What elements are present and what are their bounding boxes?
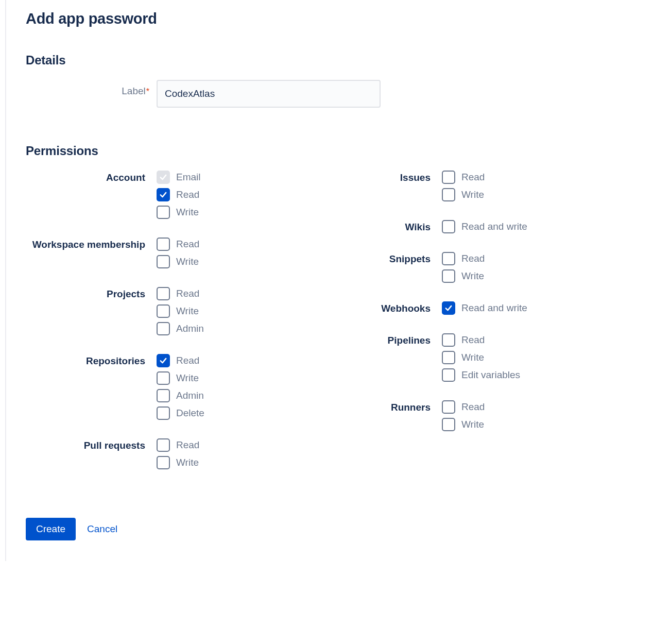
permissions-heading: Permissions xyxy=(26,144,614,158)
page-title: Add app password xyxy=(26,10,614,27)
perm-option-account-email: Email xyxy=(157,171,201,184)
perm-option-label: Write xyxy=(176,457,199,468)
perm-option-label: Read and write xyxy=(461,302,527,314)
perm-option-label: Read xyxy=(176,189,199,200)
checkbox-account-write[interactable] xyxy=(157,206,170,219)
perm-option-repositories-read[interactable]: Read xyxy=(157,354,204,367)
checkbox-runners-read[interactable] xyxy=(442,400,455,414)
checkbox-pull-requests-read[interactable] xyxy=(157,438,170,452)
perm-option-projects-admin[interactable]: Admin xyxy=(157,322,204,335)
perm-option-wikis-read-and-write[interactable]: Read and write xyxy=(442,220,527,233)
perm-option-runners-read[interactable]: Read xyxy=(442,400,485,414)
perm-option-workspace-membership-write[interactable]: Write xyxy=(157,255,199,268)
checkbox-wikis-read-and-write[interactable] xyxy=(442,220,455,233)
perm-option-label: Read xyxy=(461,253,485,264)
perm-option-projects-write[interactable]: Write xyxy=(157,304,204,318)
checkbox-workspace-membership-read[interactable] xyxy=(157,238,170,251)
perm-option-label: Write xyxy=(176,372,199,384)
perm-group-pipelines: PipelinesReadWriteEdit variables xyxy=(298,333,571,382)
perm-group-account: AccountEmailReadWrite xyxy=(26,171,273,219)
perm-group-label-pull-requests: Pull requests xyxy=(26,438,157,452)
checkbox-pipelines-read[interactable] xyxy=(442,333,455,347)
perm-option-pull-requests-read[interactable]: Read xyxy=(157,438,199,452)
perm-option-label: Read xyxy=(461,401,485,413)
perm-option-account-read[interactable]: Read xyxy=(157,188,201,201)
perm-option-projects-read[interactable]: Read xyxy=(157,287,204,300)
perm-option-label: Write xyxy=(176,256,199,267)
perm-option-label: Read xyxy=(176,239,199,250)
checkbox-account-read[interactable] xyxy=(157,188,170,201)
details-section: Details Label* xyxy=(26,53,614,108)
perm-option-label: Write xyxy=(176,306,199,317)
perm-group-workspace-membership: Workspace membershipReadWrite xyxy=(26,238,273,268)
checkbox-snippets-read[interactable] xyxy=(442,252,455,265)
perm-option-label: Write xyxy=(461,270,484,282)
checkbox-repositories-delete[interactable] xyxy=(157,406,170,420)
required-indicator: * xyxy=(146,87,149,96)
checkbox-pipelines-write[interactable] xyxy=(442,351,455,364)
perm-option-repositories-admin[interactable]: Admin xyxy=(157,389,204,402)
perm-option-label: Admin xyxy=(176,390,204,401)
perm-option-pipelines-read[interactable]: Read xyxy=(442,333,520,347)
perm-options-runners: ReadWrite xyxy=(442,400,485,431)
permissions-section: Permissions AccountEmailReadWriteWorkspa… xyxy=(26,144,614,488)
perm-option-label: Edit variables xyxy=(461,369,520,381)
checkbox-pipelines-edit-variables[interactable] xyxy=(442,368,455,382)
perm-option-webhooks-read-and-write[interactable]: Read and write xyxy=(442,301,527,315)
perm-group-label-workspace-membership: Workspace membership xyxy=(26,238,157,251)
checkbox-repositories-admin[interactable] xyxy=(157,389,170,402)
perm-options-workspace-membership: ReadWrite xyxy=(157,238,199,268)
permissions-column-left: AccountEmailReadWriteWorkspace membershi… xyxy=(26,171,273,488)
perm-group-label-wikis: Wikis xyxy=(298,220,442,233)
checkbox-issues-read[interactable] xyxy=(442,171,455,184)
perm-option-pipelines-write[interactable]: Write xyxy=(442,351,520,364)
perm-option-label: Read xyxy=(461,172,485,183)
perm-option-label: Email xyxy=(176,172,201,183)
perm-group-pull-requests: Pull requestsReadWrite xyxy=(26,438,273,469)
label-input[interactable] xyxy=(157,80,381,108)
checkbox-projects-write[interactable] xyxy=(157,304,170,318)
perm-option-snippets-write[interactable]: Write xyxy=(442,269,485,283)
perm-group-label-projects: Projects xyxy=(26,287,157,300)
create-button[interactable]: Create xyxy=(26,518,76,540)
perm-group-label-webhooks: Webhooks xyxy=(298,301,442,315)
label-field-label: Label xyxy=(122,86,146,96)
perm-option-pipelines-edit-variables[interactable]: Edit variables xyxy=(442,368,520,382)
checkbox-webhooks-read-and-write[interactable] xyxy=(442,301,455,315)
checkbox-repositories-write[interactable] xyxy=(157,371,170,385)
perm-option-issues-write[interactable]: Write xyxy=(442,188,485,201)
perm-option-runners-write[interactable]: Write xyxy=(442,418,485,431)
checkbox-projects-read[interactable] xyxy=(157,287,170,300)
perm-group-issues: IssuesReadWrite xyxy=(298,171,571,201)
checkbox-workspace-membership-write[interactable] xyxy=(157,255,170,268)
label-field-row: Label* xyxy=(26,80,614,108)
checkbox-repositories-read[interactable] xyxy=(157,354,170,367)
checkbox-account-email xyxy=(157,171,170,184)
perm-option-snippets-read[interactable]: Read xyxy=(442,252,485,265)
perm-group-label-account: Account xyxy=(26,171,157,184)
perm-option-label: Admin xyxy=(176,323,204,334)
checkbox-snippets-write[interactable] xyxy=(442,269,455,283)
perm-option-pull-requests-write[interactable]: Write xyxy=(157,456,199,469)
perm-option-workspace-membership-read[interactable]: Read xyxy=(157,238,199,251)
cancel-button[interactable]: Cancel xyxy=(87,523,117,535)
perm-options-issues: ReadWrite xyxy=(442,171,485,201)
perm-options-account: EmailReadWrite xyxy=(157,171,201,219)
perm-options-webhooks: Read and write xyxy=(442,301,527,315)
perm-option-label: Delete xyxy=(176,408,204,419)
perm-group-label-runners: Runners xyxy=(298,400,442,414)
details-heading: Details xyxy=(26,53,614,67)
perm-option-repositories-delete[interactable]: Delete xyxy=(157,406,204,420)
perm-group-label-issues: Issues xyxy=(298,171,442,184)
perm-option-issues-read[interactable]: Read xyxy=(442,171,485,184)
perm-option-label: Read xyxy=(176,355,199,366)
checkbox-pull-requests-write[interactable] xyxy=(157,456,170,469)
perm-option-repositories-write[interactable]: Write xyxy=(157,371,204,385)
perm-group-runners: RunnersReadWrite xyxy=(298,400,571,431)
perm-option-label: Write xyxy=(461,352,484,363)
perm-option-account-write[interactable]: Write xyxy=(157,206,201,219)
checkbox-projects-admin[interactable] xyxy=(157,322,170,335)
checkbox-issues-write[interactable] xyxy=(442,188,455,201)
checkbox-runners-write[interactable] xyxy=(442,418,455,431)
perm-options-pipelines: ReadWriteEdit variables xyxy=(442,333,520,382)
